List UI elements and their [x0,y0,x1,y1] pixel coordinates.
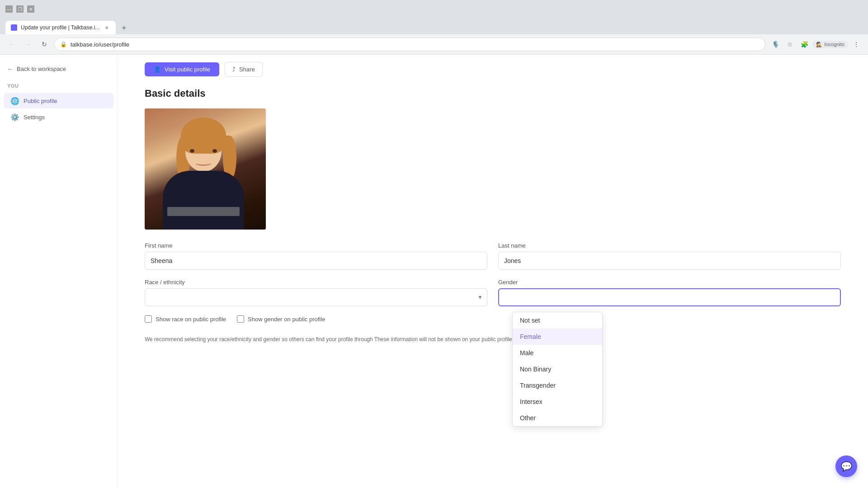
forward-nav-button[interactable]: → [22,38,34,51]
browser-chrome: — ❐ ✕ Update your profile | Talkbase.i..… [0,0,868,55]
more-options-button[interactable]: ⋮ [850,38,863,51]
titlebar: — ❐ ✕ [0,0,868,18]
show-gender-row: Show gender on public profile [237,315,325,323]
extensions-button[interactable]: 🧩 [798,38,811,51]
back-nav-button[interactable]: ← [5,38,18,51]
share-label: Share [239,66,255,73]
profile-photo-wrapper[interactable] [145,108,266,230]
visit-profile-label: Visit public profile [165,66,210,73]
profile-photo [145,108,266,230]
sidebar-item-public-profile[interactable]: 🌐 Public profile [4,93,113,108]
last-name-label: Last name [498,242,841,249]
race-ethnicity-select[interactable]: Asian Black / African American Hispanic … [145,288,487,306]
main-content: 👤 Visit public profile ⤴ Share Basic det… [118,55,868,488]
last-name-input[interactable] [498,252,841,270]
race-select-wrapper: Asian Black / African American Hispanic … [145,288,487,306]
new-tab-button[interactable]: + [118,22,130,34]
checkbox-row: Show race on public profile Show gender … [145,315,841,326]
close-button[interactable]: ✕ [27,5,34,13]
share-icon: ⤴ [232,66,236,73]
tab-title: Update your profile | Talkbase.i... [21,24,99,31]
media-button[interactable]: 🎙️ [769,38,782,51]
tab-close-button[interactable]: ✕ [103,24,110,31]
person-icon: 👤 [154,66,161,73]
app-layout: ← Back to workspace YOU 🌐 Public profile… [0,55,868,488]
gender-option-not-set[interactable]: Not set [513,312,602,328]
incognito-icon: 🕵️ [816,42,822,47]
share-button[interactable]: ⤴ Share [225,62,263,77]
gender-option-female[interactable]: Female [513,328,602,345]
gender-option-other[interactable]: Other [513,410,602,426]
show-gender-checkbox[interactable] [237,315,244,323]
show-race-row: Show race on public profile [145,315,226,323]
bookmark-button[interactable]: ☆ [783,38,796,51]
chat-fab-button[interactable]: 💬 [835,455,857,477]
tab-favicon-icon [11,24,17,31]
gender-input[interactable] [498,288,841,306]
reload-button[interactable]: ↻ [38,38,51,51]
incognito-badge: 🕵️ Incognito [812,41,848,48]
show-gender-label: Show gender on public profile [248,316,325,323]
gender-option-non-binary[interactable]: Non Binary [513,361,602,377]
active-tab[interactable]: Update your profile | Talkbase.i... ✕ [5,21,116,34]
back-to-workspace-link[interactable]: ← Back to workspace [0,62,117,76]
address-bar[interactable]: 🔒 talkbase.io/user/profile [54,38,765,51]
gender-option-intersex[interactable]: Intersex [513,394,602,410]
window-controls: — ❐ ✕ [5,5,34,13]
url-text: talkbase.io/user/profile [71,41,129,48]
form-section: Basic details [118,77,868,354]
first-name-label: First name [145,242,487,249]
maximize-button[interactable]: ❐ [16,5,24,13]
show-race-label: Show race on public profile [156,316,226,323]
gender-label: Gender [498,279,841,286]
gender-option-transgender[interactable]: Transgender [513,377,602,394]
chat-icon: 💬 [841,461,852,472]
sidebar-public-profile-label: Public profile [24,98,57,104]
last-name-group: Last name [498,242,841,270]
tab-bar: Update your profile | Talkbase.i... ✕ + [0,18,868,34]
incognito-label: Incognito [824,42,844,47]
globe-icon: 🌐 [11,97,19,105]
gender-dropdown: Not setFemaleMaleNon BinaryTransgenderIn… [512,312,603,427]
sidebar: ← Back to workspace YOU 🌐 Public profile… [0,55,118,488]
info-text: We recommend selecting your race/ethnici… [145,335,841,343]
toolbar-right: 🎙️ ☆ 🧩 🕵️ Incognito ⋮ [769,38,863,51]
back-to-workspace-label: Back to workspace [17,66,66,72]
gender-group: Gender [498,279,841,306]
gear-icon: ⚙️ [11,113,19,121]
gender-option-male[interactable]: Male [513,345,602,361]
race-ethnicity-group: Race / ethnicity Asian Black / African A… [145,279,487,306]
first-name-input[interactable] [145,252,487,270]
race-ethnicity-label: Race / ethnicity [145,279,487,286]
address-bar-row: ← → ↻ 🔒 talkbase.io/user/profile 🎙️ ☆ 🧩 … [0,34,868,54]
sidebar-section-label: YOU [0,83,117,92]
minimize-button[interactable]: — [5,5,13,13]
show-race-checkbox[interactable] [145,315,152,323]
race-gender-row: Race / ethnicity Asian Black / African A… [145,279,841,306]
back-arrow-icon: ← [7,66,13,72]
sidebar-item-settings[interactable]: ⚙️ Settings [4,109,113,125]
basic-details-title: Basic details [145,88,841,99]
name-row: First name Last name [145,242,841,270]
sidebar-settings-label: Settings [24,114,45,121]
first-name-group: First name [145,242,487,270]
lock-icon: 🔒 [60,41,67,47]
top-actions: 👤 Visit public profile ⤴ Share [118,55,868,77]
visit-public-profile-button[interactable]: 👤 Visit public profile [145,62,219,76]
